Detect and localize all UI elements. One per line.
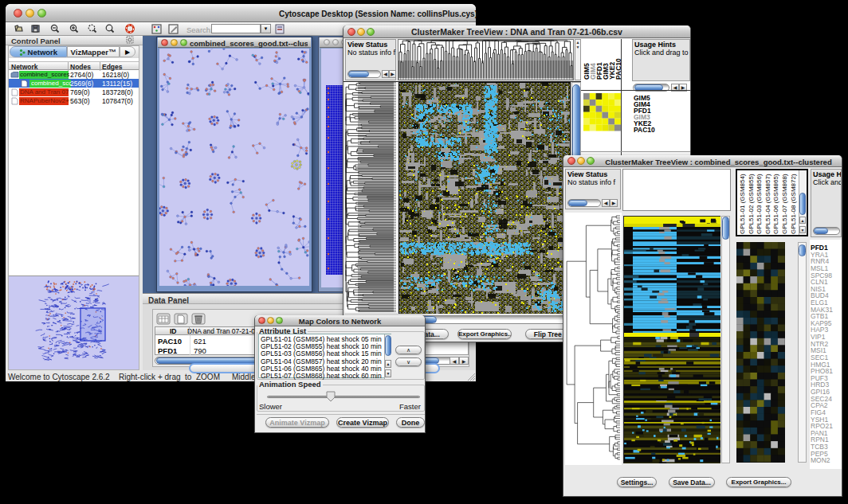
svg-text:GPL51-02 (GSM855): GPL51-02 (GSM855) <box>748 174 755 234</box>
svg-text:GPL51-06 (GSM865): GPL51-06 (GSM865) <box>772 174 779 234</box>
svg-text:GPL51-08 (GSM872): GPL51-08 (GSM872) <box>790 174 797 234</box>
svg-text:GPL51-07 (GSM868): GPL51-07 (GSM868) <box>781 174 788 234</box>
svg-text:GPL51-04 (GSM857): GPL51-04 (GSM857) <box>764 174 771 234</box>
svg-text:GPL51-01 (GSM854): GPL51-01 (GSM854) <box>739 174 746 234</box>
svg-text:GPL51-03 (GSM856): GPL51-03 (GSM856) <box>756 174 763 234</box>
